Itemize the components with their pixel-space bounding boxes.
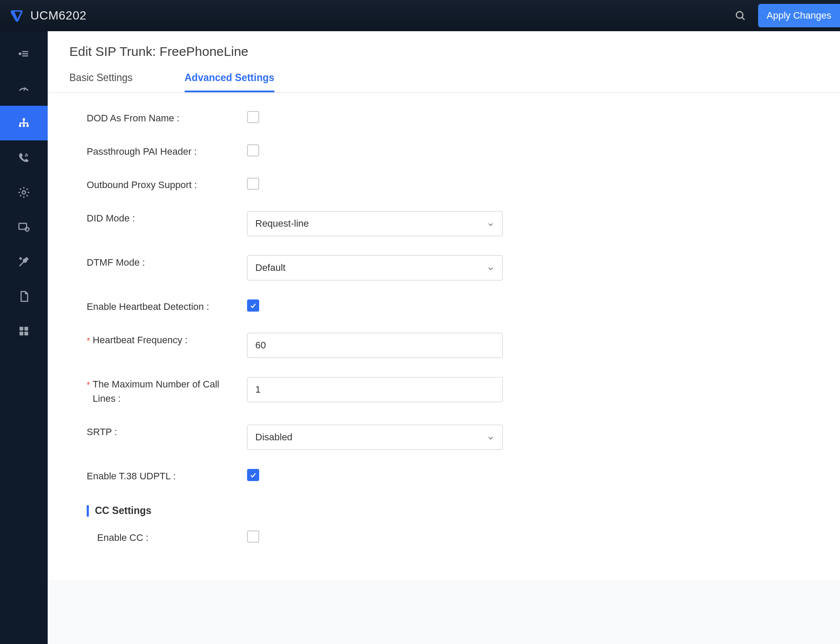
apply-changes-button[interactable]: Apply Changes [758,4,840,27]
topbar: UCM6202 Apply Changes [0,0,840,31]
svg-line-6 [24,88,26,91]
topbar-left: UCM6202 [9,8,87,23]
brand-logo-icon [9,8,24,23]
topbar-right: Apply Changes [735,4,831,27]
label-heartbeat-frequency: *Heartbeat Frequency [69,333,238,348]
checkbox-outbound-proxy[interactable] [247,178,259,190]
chevron-down-icon [487,433,495,441]
section-heading-cc-settings: CC Settings [87,505,818,517]
label-passthrough-pai: Passthrough PAI Header [69,144,238,159]
sidebar-item-pbx-settings[interactable] [0,175,48,210]
row-dod-as-from-name: DOD As From Name [69,101,818,135]
row-enable-heartbeat: Enable Heartbeat Detection [69,290,818,323]
sidebar-item-extension-trunk[interactable] [0,106,48,140]
checkbox-dod-as-from-name[interactable] [247,111,259,123]
svg-point-0 [736,12,743,18]
page-title: Edit SIP Trunk: FreePhoneLine [69,44,818,59]
tab-advanced-settings[interactable]: Advanced Settings [185,72,274,92]
select-srtp[interactable]: Disabled [247,425,503,450]
sidebar-item-dashboard[interactable] [0,71,48,106]
svg-rect-9 [23,125,25,127]
sidebar-item-call-features[interactable] [0,140,48,175]
page-header: Edit SIP Trunk: FreePhoneLine [48,31,840,72]
svg-point-11 [22,191,26,194]
label-enable-t38: Enable T.38 UDPTL [69,469,238,483]
sidebar-item-maintenance[interactable] [0,244,48,279]
svg-line-1 [742,17,745,20]
svg-rect-16 [24,327,28,331]
svg-rect-7 [23,118,25,120]
svg-line-14 [20,261,24,266]
checkbox-passthrough-pai[interactable] [247,144,259,156]
checkbox-enable-heartbeat[interactable] [247,299,259,312]
sidebar-item-cdr[interactable] [0,279,48,314]
row-passthrough-pai: Passthrough PAI Header [69,135,818,168]
sidebar-item-status[interactable] [0,36,48,71]
label-enable-cc: Enable CC [69,530,238,545]
search-icon[interactable] [735,10,746,21]
checkbox-enable-cc[interactable] [247,530,259,543]
row-enable-cc: Enable CC [69,521,818,554]
svg-rect-15 [20,327,23,331]
select-dtmf-mode-value: Default [255,262,286,273]
svg-rect-17 [20,332,23,335]
label-dod-as-from-name: DOD As From Name [69,111,238,125]
input-heartbeat-frequency[interactable] [247,333,503,358]
label-did-mode: DID Mode [69,211,238,225]
chevron-down-icon [487,220,495,228]
input-max-call-lines[interactable] [247,377,503,402]
row-outbound-proxy: Outbound Proxy Support [69,168,818,202]
select-srtp-value: Disabled [255,432,293,443]
label-outbound-proxy: Outbound Proxy Support [69,178,238,192]
row-dtmf-mode: DTMF Mode Default [69,246,818,290]
svg-rect-10 [26,125,29,127]
checkbox-enable-t38[interactable] [247,469,259,481]
label-dtmf-mode: DTMF Mode [69,255,238,270]
select-did-mode[interactable]: Request-line [247,211,503,236]
row-srtp: SRTP Disabled [69,415,818,459]
row-enable-t38: Enable T.38 UDPTL [69,459,818,493]
sidebar-item-system-settings[interactable] [0,210,48,244]
label-max-call-lines: *The Maximum Number of Call Lines [69,377,238,406]
sidebar [0,31,48,644]
select-dtmf-mode[interactable]: Default [247,255,503,280]
main-content: Edit SIP Trunk: FreePhoneLine Basic Sett… [48,31,840,644]
advanced-settings-form: DOD As From Name Passthrough PAI Header … [48,93,840,580]
row-heartbeat-frequency: *Heartbeat Frequency [69,323,818,368]
sidebar-item-value-added[interactable] [0,314,48,348]
row-max-call-lines: *The Maximum Number of Call Lines [69,368,818,415]
tabs: Basic Settings Advanced Settings [48,72,840,93]
tab-basic-settings[interactable]: Basic Settings [69,72,133,92]
row-did-mode: DID Mode Request-line [69,202,818,246]
label-srtp: SRTP [69,425,238,439]
select-did-mode-value: Request-line [255,218,309,229]
brand-title: UCM6202 [30,9,87,23]
svg-point-2 [19,53,21,55]
label-enable-heartbeat: Enable Heartbeat Detection [69,299,238,314]
svg-rect-18 [24,332,28,335]
chevron-down-icon [487,264,495,272]
svg-rect-8 [19,125,21,127]
